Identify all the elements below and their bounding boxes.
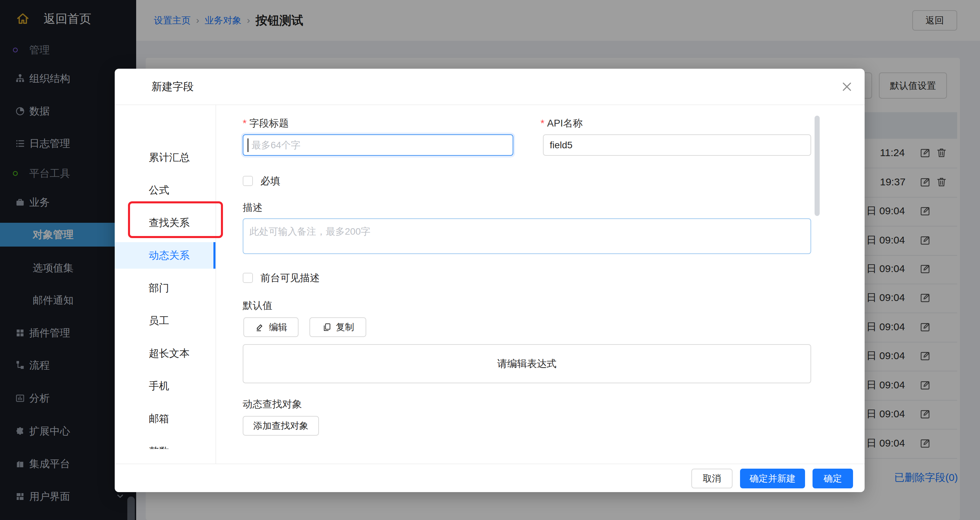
confirm-button[interactable]: 确定 xyxy=(813,469,853,488)
text-caret xyxy=(247,138,248,152)
field-type-item-10[interactable]: 整数 xyxy=(115,435,215,449)
pencil-icon xyxy=(255,322,265,332)
new-field-modal: 新建字段 累计汇总公式查找关系动态关系部门员工超长文本手机邮箱整数多选 *字段标… xyxy=(115,69,865,492)
add-lookup-object-button[interactable]: 添加查找对象 xyxy=(243,416,319,436)
field-type-list: 累计汇总公式查找关系动态关系部门员工超长文本手机邮箱整数多选 xyxy=(115,105,215,449)
description-label: 描述 xyxy=(243,200,262,215)
field-type-item-5[interactable]: 部门 xyxy=(115,272,215,304)
field-type-item-3[interactable]: 查找关系 xyxy=(115,206,215,239)
field-title-label: *字段标题 xyxy=(243,116,289,131)
field-type-item-6[interactable]: 员工 xyxy=(115,304,215,337)
cancel-button[interactable]: 取消 xyxy=(691,469,733,488)
front-visible-checkbox-label: 前台可见描述 xyxy=(260,270,320,285)
app-window: 设置主页›业务对象›按钮测试 返回 默认值设置 11:2419:37日 09:0… xyxy=(0,0,980,520)
copy-icon xyxy=(322,322,332,332)
field-type-item-2[interactable]: 公式 xyxy=(115,174,215,206)
close-icon[interactable] xyxy=(840,79,854,94)
required-asterisk: * xyxy=(541,118,544,128)
modal-title: 新建字段 xyxy=(151,69,194,105)
field-type-item-8[interactable]: 手机 xyxy=(115,370,215,402)
type-list-divider xyxy=(215,105,216,463)
api-name-label: *API名称 xyxy=(541,116,583,131)
field-title-input[interactable] xyxy=(243,134,513,156)
modal-footer: 取消 确定并新建 确定 xyxy=(115,463,865,493)
confirm-and-new-button[interactable]: 确定并新建 xyxy=(740,469,805,488)
default-value-label: 默认值 xyxy=(243,298,272,313)
modal-scrollbar-thumb[interactable] xyxy=(815,116,820,216)
dynamic-lookup-label: 动态查找对象 xyxy=(243,396,302,412)
copy-default-value-button[interactable]: 复制 xyxy=(309,317,366,337)
description-textarea[interactable] xyxy=(243,218,811,254)
expression-placeholder: 请编辑表达式 xyxy=(497,357,557,371)
field-type-item-7[interactable]: 超长文本 xyxy=(115,337,215,370)
field-type-item-4[interactable]: 动态关系 xyxy=(115,242,215,269)
field-type-item-1[interactable]: 累计汇总 xyxy=(115,141,215,174)
required-checkbox-label: 必填 xyxy=(260,173,280,189)
edit-default-value-button[interactable]: 编辑 xyxy=(243,317,299,337)
modal-header-divider xyxy=(115,105,865,105)
required-checkbox[interactable] xyxy=(243,176,253,186)
required-asterisk: * xyxy=(243,118,247,128)
expression-box[interactable]: 请编辑表达式 xyxy=(243,344,811,383)
api-name-input[interactable] xyxy=(543,134,811,156)
field-type-item-9[interactable]: 邮箱 xyxy=(115,402,215,435)
front-visible-checkbox[interactable] xyxy=(243,273,253,283)
